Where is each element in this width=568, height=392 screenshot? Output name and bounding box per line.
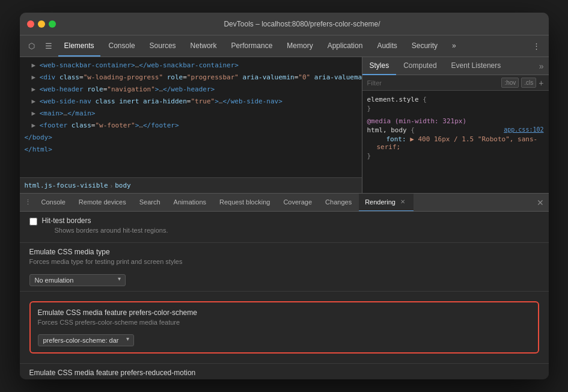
styles-content[interactable]: element.style { } @media (min-width: 321… xyxy=(362,91,549,193)
css-media-type-label: Emulate CSS media type xyxy=(29,248,539,256)
styles-filter-bar: :hov .cls + xyxy=(362,75,549,91)
hit-test-label-group: Hit-test borders Shows borders around hi… xyxy=(42,216,168,235)
tab-more[interactable]: » xyxy=(446,35,462,57)
media-query: @media (min-width: 321px) xyxy=(367,117,544,125)
style-block-element: element.style { } xyxy=(367,96,544,112)
breadcrumb: html.js-focus-visible › body xyxy=(20,177,362,193)
hit-test-label: Hit-test borders xyxy=(42,216,168,225)
bottom-tab-menu-icon[interactable]: ⋮ xyxy=(22,197,34,209)
tab-coverage[interactable]: Coverage xyxy=(277,194,318,212)
add-style-button[interactable]: + xyxy=(539,78,543,88)
styles-tabs: Styles Computed Event Listeners » xyxy=(362,57,549,75)
tab-rendering-close[interactable]: ✕ xyxy=(398,197,408,207)
bottom-panel: ⋮ Console Remote devices Search Animatio… xyxy=(20,193,549,379)
dom-viewer[interactable]: ▶ <web-snackbar-container>…</web-snackba… xyxy=(20,57,362,177)
close-button[interactable] xyxy=(27,20,34,28)
style-block-media: @media (min-width: 321px) html, body { a… xyxy=(367,117,544,160)
color-scheme-desc: Forces CSS prefers-color-scheme media fe… xyxy=(38,318,531,327)
inspector-icon[interactable]: ☰ xyxy=(41,39,56,54)
dom-line: </body> xyxy=(20,132,362,144)
breadcrumb-item-body[interactable]: body xyxy=(115,182,131,189)
hit-test-row: Hit-test borders Shows borders around hi… xyxy=(29,216,539,235)
color-scheme-select-wrapper: No emulation prefers-color-scheme: dark … xyxy=(38,331,134,346)
color-scheme-label: Emulate CSS media feature prefers-color-… xyxy=(38,308,531,317)
close-icon[interactable]: ✕ xyxy=(398,197,408,207)
tab-remote-devices[interactable]: Remote devices xyxy=(73,194,132,212)
breadcrumb-item-html[interactable]: html.js-focus-visible xyxy=(25,182,108,189)
style-source-link[interactable]: app.css:102 xyxy=(504,126,543,133)
styles-more-tabs[interactable]: » xyxy=(534,61,549,71)
main-content: ▶ <web-snackbar-container>…</web-snackba… xyxy=(20,57,549,193)
dom-line: ▶ <div class="w-loading-progress" role="… xyxy=(20,72,362,84)
style-selector-html-body: html, body { app.css:102 xyxy=(367,126,544,134)
title-bar: DevTools – localhost:8080/prefers-color-… xyxy=(20,13,549,35)
style-selector: element.style { xyxy=(367,96,544,103)
dom-line: ▶ <web-header role="navigation">…</web-h… xyxy=(20,84,362,96)
dom-line: ▶ <web-side-nav class inert aria-hidden=… xyxy=(20,96,362,108)
tab-rendering[interactable]: Rendering ✕ xyxy=(359,194,414,212)
tab-application[interactable]: Application xyxy=(322,35,369,57)
color-scheme-highlight-box: Emulate CSS media feature prefers-color-… xyxy=(29,301,539,354)
traffic-lights xyxy=(27,20,56,28)
reduced-motion-desc: Forces CSS prefers-reduced-motion media … xyxy=(29,378,539,379)
tab-audits[interactable]: Audits xyxy=(371,35,403,57)
css-media-type-section: Emulate CSS media type Forces media type… xyxy=(20,243,549,291)
right-panel: Styles Computed Event Listeners » :hov .… xyxy=(362,57,549,193)
tab-animations[interactable]: Animations xyxy=(168,194,212,212)
filter-input[interactable] xyxy=(367,79,499,87)
style-close-2: } xyxy=(367,152,544,160)
hov-button[interactable]: :hov xyxy=(501,78,519,88)
tab-styles[interactable]: Styles xyxy=(362,57,397,75)
tab-event-listeners[interactable]: Event Listeners xyxy=(444,57,508,75)
main-toolbar: ⬡ ☰ Elements Console Sources Network Per… xyxy=(20,35,549,57)
rendering-panel-content[interactable]: Hit-test borders Shows borders around hi… xyxy=(20,212,549,379)
tab-computed[interactable]: Computed xyxy=(396,57,444,75)
tab-request-blocking[interactable]: Request blocking xyxy=(213,194,276,212)
css-media-type-select-wrapper: No emulation print screen xyxy=(29,271,126,286)
cls-button[interactable]: .cls xyxy=(521,78,536,88)
color-scheme-section: Emulate CSS media feature prefers-color-… xyxy=(20,292,549,364)
color-scheme-select[interactable]: No emulation prefers-color-scheme: dark … xyxy=(38,334,134,346)
reduced-motion-section: Emulate CSS media feature prefers-reduce… xyxy=(20,364,549,379)
style-close: } xyxy=(367,105,544,112)
maximize-button[interactable] xyxy=(49,20,56,28)
tab-console-bottom[interactable]: Console xyxy=(35,194,72,212)
css-media-type-select[interactable]: No emulation print screen xyxy=(29,274,126,286)
tab-console[interactable]: Console xyxy=(103,35,141,57)
tab-performance[interactable]: Performance xyxy=(225,35,279,57)
cursor-icon[interactable]: ⬡ xyxy=(25,39,39,54)
tab-security[interactable]: Security xyxy=(406,35,444,57)
hit-test-section: Hit-test borders Shows borders around hi… xyxy=(20,212,549,243)
css-media-type-desc: Forces media type for testing print and … xyxy=(29,257,539,266)
reduced-motion-label: Emulate CSS media feature prefers-reduce… xyxy=(29,369,539,377)
tab-network[interactable]: Network xyxy=(185,35,223,57)
tab-elements[interactable]: Elements xyxy=(58,35,100,57)
style-rule: font: ▶ 400 16px / 1.5 "Roboto", sans-se… xyxy=(367,135,544,151)
hit-test-desc: Shows borders around hit-test regions. xyxy=(42,226,168,235)
close-bottom-panel-button[interactable]: ✕ xyxy=(534,195,546,210)
left-panel: ▶ <web-snackbar-container>…</web-snackba… xyxy=(20,57,362,193)
window-title: DevTools – localhost:8080/prefers-color-… xyxy=(63,20,542,28)
tab-search[interactable]: Search xyxy=(133,194,166,212)
bottom-tabs: ⋮ Console Remote devices Search Animatio… xyxy=(20,194,549,212)
tab-changes[interactable]: Changes xyxy=(319,194,358,212)
more-options-icon[interactable]: ⋮ xyxy=(530,39,544,54)
devtools-window: DevTools – localhost:8080/prefers-color-… xyxy=(20,13,549,379)
dom-line: </html> xyxy=(20,144,362,156)
dom-line: ▶ <footer class="w-footer">…</footer> xyxy=(20,120,362,132)
tab-sources[interactable]: Sources xyxy=(144,35,182,57)
dom-line: ▶ <web-snackbar-container>…</web-snackba… xyxy=(20,60,362,72)
minimize-button[interactable] xyxy=(38,20,45,28)
tab-memory[interactable]: Memory xyxy=(281,35,319,57)
dom-line: ▶ <main>…</main> xyxy=(20,108,362,120)
hit-test-checkbox[interactable] xyxy=(29,218,37,225)
